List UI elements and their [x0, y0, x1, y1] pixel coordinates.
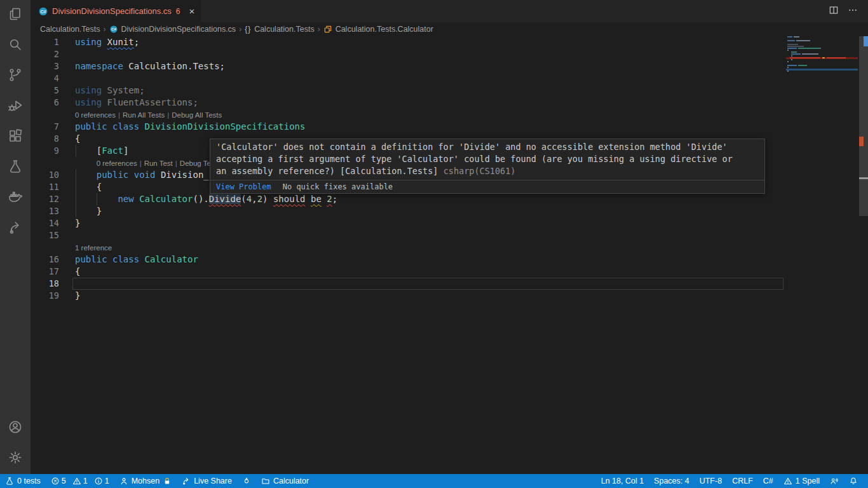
statusbar-language-mode[interactable]: C# [758, 474, 778, 488]
breadcrumb-item-1[interactable]: Calculation.Tests [40, 25, 100, 34]
code-text: public class Calculator [75, 254, 868, 266]
code-line-19[interactable]: 19} [31, 290, 868, 302]
code-text: public class DivisionDivisionSpecificati… [75, 121, 868, 133]
statusbar-notifications[interactable] [844, 474, 863, 488]
code-text: } [75, 217, 868, 229]
line-number: 2 [31, 48, 59, 60]
code-text: } [75, 290, 868, 302]
code-line-5[interactable]: 5using System; [31, 85, 868, 97]
breadcrumb-separator: › [239, 25, 241, 34]
code-line-14[interactable]: 14} [31, 217, 868, 229]
line-number: 10 [31, 169, 59, 181]
breadcrumb-item-3[interactable]: {}Calculation.Tests [245, 25, 315, 34]
share-icon [182, 477, 191, 485]
code-line-3[interactable]: 3namespace Calculation.Tests; [31, 60, 868, 72]
statusbar-label: 0 tests [17, 477, 41, 485]
code-line-13[interactable]: 13 } [31, 205, 868, 217]
activity-search[interactable] [0, 30, 31, 61]
activity-accounts[interactable] [0, 413, 31, 444]
beaker-small-icon [5, 477, 14, 485]
code-text: using FluentAssertions; [75, 97, 868, 109]
code-line-6[interactable]: 6using FluentAssertions; [31, 97, 868, 109]
minimap-token [791, 51, 797, 53]
tab-label: DivisionDivisionSpecifications.cs [52, 6, 172, 16]
codelens-line: 0 references|Run All Tests|Debug All Tes… [31, 109, 868, 121]
breadcrumb-label: Calculation.Tests.Calculator [336, 25, 433, 34]
indent-guide [76, 205, 76, 217]
code-line-17[interactable]: 17{ [31, 266, 868, 278]
class-icon [323, 25, 332, 34]
statusbar-label: C# [763, 477, 773, 485]
line-number: 18 [31, 278, 59, 290]
activity-source-control[interactable] [0, 61, 31, 92]
codelens-link[interactable]: 0 references [75, 111, 116, 119]
statusbar-cursor-position[interactable]: Ln 18, Col 1 [596, 474, 649, 488]
activity-explorer[interactable] [0, 0, 31, 30]
statusbar-indentation[interactable]: Spaces: 4 [649, 474, 695, 488]
statusbar-label: 1 Spell [796, 477, 820, 485]
statusbar-flame[interactable] [237, 474, 256, 488]
activity-testing[interactable] [0, 152, 31, 183]
statusbar-label: UTF-8 [700, 477, 722, 485]
indent-guide [76, 193, 76, 205]
tab-division-specifications[interactable]: C# DivisionDivisionSpecifications.cs 6 × [31, 0, 201, 22]
error-hover-popup: 'Calculator' does not contain a definiti… [210, 139, 765, 194]
breadcrumb-item-2[interactable]: C#DivisionDivisionSpecifications.cs [109, 25, 236, 34]
code-line-7[interactable]: 7public class DivisionDivisionSpecificat… [31, 121, 868, 133]
ellipsis-icon[interactable] [848, 5, 858, 18]
statusbar-label: 1 [105, 477, 109, 485]
live-share-icon [8, 220, 23, 238]
statusbar-account[interactable]: Mohsen [114, 474, 177, 488]
activity-extensions[interactable] [0, 122, 31, 152]
statusbar-label: Calculator [273, 477, 309, 485]
codelens-link[interactable]: Run All Tests [123, 111, 165, 119]
tab-error-count-badge: 6 [176, 7, 180, 16]
statusbar-label: Ln 18, Col 1 [601, 477, 644, 485]
code-line-12[interactable]: 12 new Calculator().Divide(4,2) should b… [31, 193, 868, 205]
breadcrumb-label: Calculation.Tests [40, 25, 100, 34]
overview-marker [859, 177, 868, 179]
current-line-highlight [72, 278, 783, 290]
statusbar-tests[interactable]: 0 tests [0, 474, 46, 488]
activity-live-share[interactable] [0, 214, 31, 244]
statusbar-eol[interactable]: CRLF [727, 474, 758, 488]
line-number: 6 [31, 97, 59, 109]
code-line-4[interactable]: 4 [31, 72, 868, 85]
code-line-16[interactable]: 16public class Calculator [31, 254, 868, 266]
minimap[interactable] [786, 36, 858, 72]
statusbar-problems[interactable]: 511 [46, 474, 114, 488]
activity-docker[interactable] [0, 183, 31, 214]
code-editor[interactable]: 1using Xunit;23namespace Calculation.Tes… [31, 36, 868, 474]
code-line-15[interactable]: 15 [31, 229, 868, 241]
code-line-2[interactable]: 2 [31, 48, 868, 60]
minimap-token [790, 57, 820, 58]
view-problem-link[interactable]: View Problem [216, 182, 271, 191]
minimap-token [791, 55, 792, 57]
minimap-token [787, 40, 795, 41]
person-icon [119, 477, 128, 485]
activity-bar [0, 0, 31, 474]
code-line-1[interactable]: 1using Xunit; [31, 36, 868, 48]
namespace-icon: {} [245, 25, 251, 34]
csharp-file-icon: C# [109, 25, 118, 34]
scrollbar-thumb[interactable] [859, 36, 868, 216]
source-control-icon [8, 67, 23, 85]
close-icon[interactable]: × [189, 6, 195, 16]
codelens-link[interactable]: 0 references [97, 159, 137, 167]
split-editor-icon[interactable] [829, 5, 839, 18]
codelens-link[interactable]: Debug All Tests [172, 111, 222, 119]
codelens-link[interactable]: Run Test [144, 159, 173, 167]
activity-manage[interactable] [0, 444, 31, 474]
activity-run-and-debug[interactable] [0, 92, 31, 122]
breadcrumb-item-4[interactable]: Calculation.Tests.Calculator [323, 25, 433, 34]
codelens-link[interactable]: 1 reference [75, 244, 112, 252]
statusbar-project[interactable]: Calculator [256, 474, 314, 488]
error-icon [51, 477, 60, 485]
scrollbar[interactable] [859, 36, 868, 474]
beaker-icon [8, 159, 23, 177]
statusbar-encoding[interactable]: UTF-8 [695, 474, 727, 488]
statusbar-feedback[interactable] [825, 474, 844, 488]
statusbar-live-share[interactable]: Live Share [177, 474, 237, 488]
code-line-18[interactable]: 18 [31, 278, 868, 290]
statusbar-spell-checker[interactable]: 1 Spell [778, 474, 825, 488]
